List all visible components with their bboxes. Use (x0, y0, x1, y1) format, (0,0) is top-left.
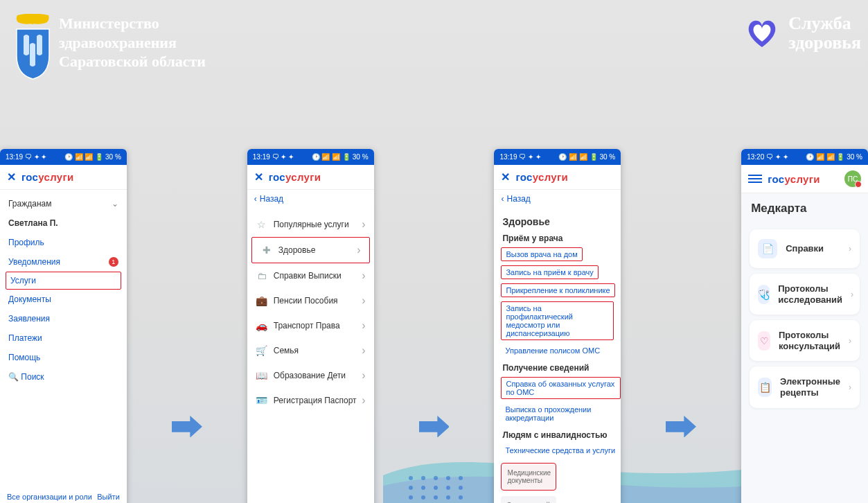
heart-icon: ♡ (758, 331, 770, 351)
section-Людям с инвалидностью: Людям с инвалидностью (494, 426, 621, 442)
category-Здоровье[interactable]: ✚Здоровье (251, 237, 370, 263)
sidebar-item-Помощь[interactable]: Помощь (0, 348, 127, 367)
brand-logo: госуслуги (21, 171, 74, 183)
category-Популярные услуги[interactable]: ☆Популярные услуги (247, 212, 374, 237)
sidebar-item-Платежи[interactable]: Платежи (0, 328, 127, 348)
page-title: Здоровье (494, 212, 621, 229)
medcard-Протоколы исследований[interactable]: 🩺Протоколы исследований› (750, 274, 860, 315)
status-bar: 13:20 🗨 ✦ ✦ 🕑 📶 📶 🔋 30 % (741, 149, 868, 165)
medcard-Электронные рецепты[interactable]: 📋Электронные рецепты› (750, 367, 860, 407)
ministry-line2: здравоохранения (59, 33, 206, 53)
user-avatar[interactable]: ПС (844, 170, 861, 187)
medcard-Справки[interactable]: 📄Справки› (750, 229, 860, 268)
book-icon: 📖 (256, 369, 268, 382)
close-icon[interactable]: ✕ (501, 170, 510, 184)
section-Приём у врача: Приём у врача (494, 229, 621, 245)
star-icon: ☆ (256, 218, 268, 231)
chip-Прикрепление к поликлинике[interactable]: Прикрепление к поликлинике (501, 283, 614, 297)
brand-logo: госуслуги (269, 171, 321, 183)
medcard-Протоколы консультаций[interactable]: ♡Протоколы консультаций› (750, 320, 860, 361)
sidebar-item-Профиль[interactable]: Профиль (0, 233, 127, 252)
sluzhba-line2: здоровья (788, 33, 861, 52)
phone-screen-3: 13:19 🗨 ✦ ✦ 🕑 📶 📶 🔋 30 % ✕ госуслуги ‹ Н… (494, 149, 621, 503)
category-Справки Выписки[interactable]: 🗀Справки Выписки (247, 263, 374, 288)
all-orgs-link[interactable]: Все организации и роли (7, 493, 92, 501)
rx-icon: 📋 (758, 378, 772, 397)
sidebar-item-Документы[interactable]: Документы (0, 290, 127, 309)
page-title: Медкарта (741, 193, 868, 220)
brand-logo: госуслуги (768, 173, 820, 185)
car-icon: 🚗 (256, 319, 268, 332)
card-Медицинские документы[interactable]: Медицинские документы (501, 463, 556, 491)
folder-icon: 🗀 (256, 270, 268, 282)
category-Образование Дети[interactable]: 📖Образование Дети (247, 363, 374, 388)
chip-Выписка о прохождении аккредитации[interactable]: Выписка о прохождении аккредитации (501, 403, 621, 424)
status-bar: 13:19 🗨 ✦ ✦ 🕑 📶 📶 🔋 30 % (494, 149, 621, 165)
chip-Технические средства и услуги[interactable]: Технические средства и услуги (501, 444, 619, 457)
slide-header: Министерство здравоохранения Саратовской… (0, 0, 868, 80)
category-Регистрация Паспорт[interactable]: 🪪Регистрация Паспорт (247, 388, 374, 413)
arrow-3 (666, 416, 696, 441)
phone-screen-2: 13:19 🗨 ✦ ✦ 🕑 📶 📶 🔋 30 % ✕ госуслуги ‹ Н… (247, 149, 374, 503)
chip-Справка об оказанных услугах по ОМС[interactable]: Справка об оказанных услугах по ОМС (501, 377, 621, 399)
svg-marker-1 (172, 416, 202, 438)
card-Электронный больничный лист[interactable]: Электронный больничный лист (501, 496, 556, 503)
chip-Вызов врача на дом[interactable]: Вызов врача на дом (501, 247, 582, 261)
wallet-icon: 💼 (256, 294, 268, 307)
logout-link[interactable]: Выйти (97, 493, 120, 501)
steth-icon: 🩺 (758, 285, 770, 304)
svg-point-0 (30, 17, 35, 24)
cart-icon: 🛒 (256, 344, 268, 357)
sluzhba-line1: Служба (788, 14, 861, 33)
chip-Запись на приём к врачу[interactable]: Запись на приём к врачу (501, 265, 598, 279)
sidebar-item-Уведомления[interactable]: Уведомления1 (0, 252, 127, 272)
chip-Управление полисом ОМС[interactable]: Управление полисом ОМС (501, 344, 604, 357)
category-Транспорт Права[interactable]: 🚗Транспорт Права (247, 313, 374, 338)
status-bar: 13:19 🗨 ✦ ✦ 🕑 📶 📶 🔋 30 % (247, 149, 374, 165)
plus-icon: ✚ (260, 244, 273, 256)
svg-marker-3 (666, 416, 696, 438)
ministry-line1: Министерство (59, 14, 206, 33)
sidebar-item-Поиск[interactable]: 🔍 Поиск (0, 367, 127, 387)
brand-logo: госуслуги (515, 171, 568, 183)
back-link[interactable]: ‹ Назад (494, 190, 621, 208)
arrow-1 (172, 416, 202, 441)
doc-icon: 📄 (758, 239, 777, 258)
sidebar-item-Услуги[interactable]: Услуги (6, 272, 121, 290)
user-name: Светлана П. (0, 213, 127, 233)
id-icon: 🪪 (256, 394, 268, 407)
section-Получение сведений: Получение сведений (494, 359, 621, 375)
hamburger-icon[interactable] (748, 175, 762, 183)
audience-dropdown[interactable]: Гражданам⌄ (0, 194, 127, 213)
arrow-2 (419, 416, 450, 441)
close-icon[interactable]: ✕ (254, 170, 263, 184)
sidebar-item-Заявления[interactable]: Заявления (0, 309, 127, 328)
phone-screen-4: 13:20 🗨 ✦ ✦ 🕑 📶 📶 🔋 30 % госуслуги ПС Ме… (741, 149, 868, 503)
back-link[interactable]: ‹ Назад (247, 190, 374, 208)
close-icon[interactable]: ✕ (7, 170, 16, 184)
region-crest-icon (14, 14, 52, 80)
category-Пенсии Пособия[interactable]: 💼Пенсии Пособия (247, 288, 374, 313)
svg-marker-2 (419, 416, 450, 438)
phone-screen-1: 13:19 🗨 ✦ ✦ 🕑 📶 📶 🔋 30 % ✕ госуслуги Гра… (0, 149, 127, 503)
ministry-line3: Саратовской области (59, 52, 206, 71)
category-Семья[interactable]: 🛒Семья (247, 338, 374, 363)
sluzhba-heart-icon (743, 14, 781, 52)
status-bar: 13:19 🗨 ✦ ✦ 🕑 📶 📶 🔋 30 % (0, 149, 127, 165)
chip-Запись на профилактический медосмотр или диспансеризацию[interactable]: Запись на профилактический медосмотр или… (501, 301, 614, 340)
